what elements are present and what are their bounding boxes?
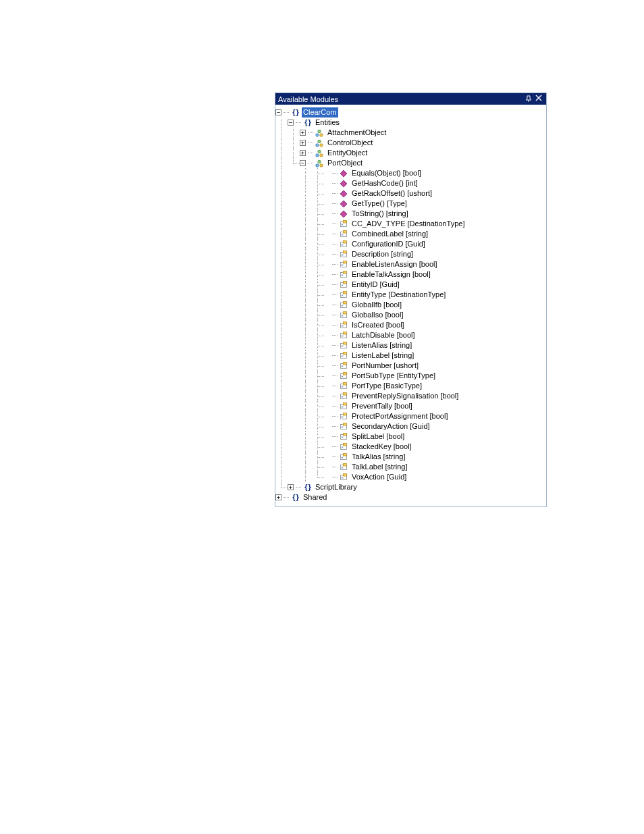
tree-node-secondaryaction-guid-[interactable]: SecondaryAction [Guid] [275,421,546,432]
expand-toggle[interactable]: + [275,494,281,500]
tree-node-combinedlabel-string-[interactable]: CombinedLabel [string] [275,229,546,239]
tree-node-label[interactable]: GetType() [Type] [350,199,408,209]
tree-node-label[interactable]: ProtectPortAssignment [bool] [350,411,449,421]
tree-connector [332,375,338,377]
tree-node-splitlabel-bool-[interactable]: SplitLabel [bool] [275,432,546,442]
tree-node-latchdisable-bool-[interactable]: LatchDisable [bool] [275,330,546,340]
tree-node-label[interactable]: VoxAction [Guid] [350,472,408,482]
tree-node-iscreated-bool-[interactable]: IsCreated [bool] [275,320,546,330]
tree-node-entityobject[interactable]: +EntityObject [275,148,546,158]
tree-node-label[interactable]: AttachmentObject [326,128,387,138]
tree-node-gethashcode-int-[interactable]: GetHashCode() [int] [275,178,546,188]
tree-indent [288,462,300,472]
property-icon [339,361,348,371]
tree-indent [312,472,324,482]
tree-node-controlobject[interactable]: +ControlObject [275,138,546,148]
tree-node-talkalias-string-[interactable]: TalkAlias [string] [275,452,546,462]
tree-node-label[interactable]: PortObject [326,158,364,168]
tree-node-cc-adv-type-destinationtype-[interactable]: CC_ADV_TYPE [DestinationType] [275,219,546,229]
tree-spacer [324,251,330,257]
tree-node-label[interactable]: PreventTally [bool] [350,401,414,411]
collapse-toggle[interactable]: − [288,120,294,126]
tree-node-entitytype-destinationtype-[interactable]: EntityType [DestinationType] [275,290,546,300]
tree-node-preventreplysignalisation-bool-[interactable]: PreventReplySignalisation [bool] [275,391,546,401]
tree-node-label[interactable]: PortNumber [ushort] [350,361,420,371]
tree-node-label[interactable]: Shared [302,492,328,502]
tree-node-label[interactable]: PortType [BasicType] [350,381,423,391]
pin-icon[interactable] [525,95,534,104]
tree-indent [275,300,288,310]
tree-node-portnumber-ushort-[interactable]: PortNumber [ushort] [275,361,546,371]
tree-node-label[interactable]: ClearCom [302,107,338,118]
tree-node-portsubtype-entitytype-[interactable]: PortSubType [EntityType] [275,371,546,381]
tree-node-portobject[interactable]: −PortObject [275,158,546,168]
tree-node-label[interactable]: EnableListenAssign [bool] [350,259,439,269]
tree-node-label[interactable]: ControlObject [326,138,374,148]
tree-node-label[interactable]: GlobalIfb [bool] [350,300,403,310]
tree-spacer [324,211,330,217]
expand-toggle[interactable]: + [300,140,306,146]
tree-node-shared[interactable]: +{ }Shared [275,492,546,502]
tree-node-listenalias-string-[interactable]: ListenAlias [string] [275,340,546,350]
tree-node-entityid-guid-[interactable]: EntityID [Guid] [275,280,546,290]
tree-node-stackedkey-bool-[interactable]: StackedKey [bool] [275,442,546,452]
tree-node-entities[interactable]: −{ }Entities [275,118,546,128]
tree-node-enablelistenassign-bool-[interactable]: EnableListenAssign [bool] [275,259,546,269]
tree-node-label[interactable]: CombinedLabel [string] [350,229,429,239]
tree-node-listenlabel-string-[interactable]: ListenLabel [string] [275,350,546,361]
tree-node-equals-object-bool-[interactable]: Equals(Object) [bool] [275,168,546,178]
tree-node-label[interactable]: GetHashCode() [int] [350,178,419,188]
tree-node-clearcom[interactable]: −{ }ClearCom [275,107,546,118]
tree-node-label[interactable]: Equals(Object) [bool] [350,168,423,178]
tree-node-label[interactable]: LatchDisable [bool] [350,330,417,340]
tree-node-voxaction-guid-[interactable]: VoxAction [Guid] [275,472,546,482]
tree-node-label[interactable]: ScriptLibrary [314,482,358,492]
tree-node-label[interactable]: PreventReplySignalisation [bool] [350,391,460,401]
tree-node-label[interactable]: PortSubType [EntityType] [350,371,437,381]
close-icon[interactable] [535,95,545,104]
tree-node-label[interactable]: GlobalIso [bool] [350,310,404,320]
panel-title: Available Modules [278,95,525,103]
expand-toggle[interactable]: + [300,130,306,136]
tree-node-label[interactable]: GetRackOffset() [ushort] [350,188,433,199]
tree-node-label[interactable]: TalkLabel [string] [350,462,409,472]
tree-node-label[interactable]: ConfigurationID [Guid] [350,239,427,249]
tree-node-scriptlibrary[interactable]: +{ }ScriptLibrary [275,482,546,492]
tree-node-label[interactable]: SplitLabel [bool] [350,432,406,442]
tree-node-label[interactable]: IsCreated [bool] [350,320,406,330]
tree-node-label[interactable]: SecondaryAction [Guid] [350,421,431,432]
tree-node-label[interactable]: EntityType [DestinationType] [350,290,447,300]
tree-node-label[interactable]: TalkAlias [string] [350,452,406,462]
tree-indent [275,411,288,421]
tree-node-preventtally-bool-[interactable]: PreventTally [bool] [275,401,546,411]
tree-node-gettype-type-[interactable]: GetType() [Type] [275,199,546,209]
module-tree[interactable]: −{ }ClearCom−{ }Entities+AttachmentObjec… [275,105,546,506]
expand-toggle[interactable]: + [288,484,294,490]
tree-node-label[interactable]: Entities [314,118,341,128]
tree-node-label[interactable]: EntityID [Guid] [350,280,401,290]
tree-node-label[interactable]: ToString() [string] [350,209,410,219]
tree-node-label[interactable]: EnableTalkAssign [bool] [350,269,432,280]
tree-indent [300,188,312,199]
tree-node-label[interactable]: CC_ADV_TYPE [DestinationType] [350,219,466,229]
tree-node-getrackoffset-ushort-[interactable]: GetRackOffset() [ushort] [275,188,546,199]
tree-indent [312,280,324,290]
tree-node-attachmentobject[interactable]: +AttachmentObject [275,128,546,138]
tree-node-description-string-[interactable]: Description [string] [275,249,546,259]
collapse-toggle[interactable]: − [275,109,281,115]
tree-node-enabletalkassign-bool-[interactable]: EnableTalkAssign [bool] [275,269,546,280]
tree-node-globalifb-bool-[interactable]: GlobalIfb [bool] [275,300,546,310]
tree-node-tostring-string-[interactable]: ToString() [string] [275,209,546,219]
collapse-toggle[interactable]: − [300,160,306,166]
tree-node-protectportassignment-bool-[interactable]: ProtectPortAssignment [bool] [275,411,546,421]
tree-node-label[interactable]: StackedKey [bool] [350,442,413,452]
tree-node-label[interactable]: Description [string] [350,249,414,259]
tree-node-label[interactable]: EntityObject [326,148,369,158]
tree-node-label[interactable]: ListenAlias [string] [350,340,413,350]
tree-node-porttype-basictype-[interactable]: PortType [BasicType] [275,381,546,391]
tree-node-configurationid-guid-[interactable]: ConfigurationID [Guid] [275,239,546,249]
tree-node-globaliso-bool-[interactable]: GlobalIso [bool] [275,310,546,320]
expand-toggle[interactable]: + [300,150,306,156]
tree-node-label[interactable]: ListenLabel [string] [350,350,415,361]
tree-node-talklabel-string-[interactable]: TalkLabel [string] [275,462,546,472]
